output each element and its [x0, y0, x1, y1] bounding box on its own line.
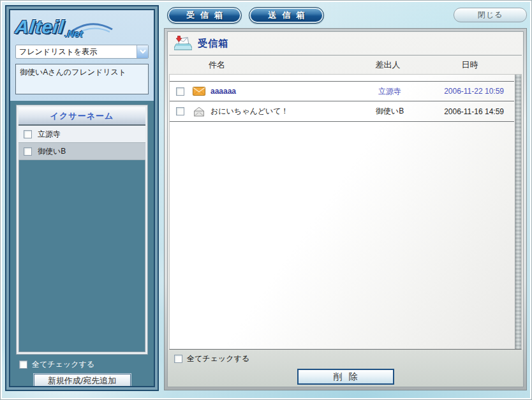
- tab-outbox-label: 送信箱: [269, 10, 311, 21]
- friend-name: 立源寺: [38, 129, 61, 140]
- message-checkbox[interactable]: [176, 87, 184, 96]
- friend-table-header: イクサーネーム: [18, 107, 145, 126]
- message-list-area: aaaaaa 立源寺 2006-11-22 10:59 おにいちゃんどいて！: [169, 74, 522, 350]
- logo-suffix: .Net: [64, 28, 83, 39]
- new-message-button[interactable]: 新規作成/宛先追加: [34, 374, 131, 387]
- message-row[interactable]: aaaaaa 立源寺 2006-11-22 10:59: [170, 81, 514, 101]
- message-date: 2006-11-22 10:59: [444, 87, 504, 96]
- message-subject[interactable]: aaaaaa: [211, 87, 342, 96]
- message-subject[interactable]: おにいちゃんどいて！: [211, 106, 342, 117]
- mail-open-icon: [193, 107, 205, 117]
- inbox-panel-inner: 受信箱 件名 差出人 日時 aaaaaa: [167, 31, 524, 387]
- scrollbar-gutter[interactable]: [515, 75, 521, 349]
- friend-name: 御使いB: [38, 146, 66, 157]
- tab-outbox[interactable]: 送信箱: [249, 7, 324, 24]
- message-date: 2006-11-16 14:59: [444, 107, 504, 116]
- message-sender: 御使いB: [376, 106, 404, 117]
- mail-closed-icon: [193, 87, 205, 96]
- sidebar-list-section: イクサーネーム 立源寺 御使いB 全てチェックする 新規作成/宛先追加: [10, 101, 154, 387]
- inbox-check-all-checkbox[interactable]: [174, 355, 182, 363]
- sidebar-check-all-label: 全てチェックする: [32, 359, 94, 370]
- sidebar-check-all-checkbox[interactable]: [19, 360, 27, 369]
- dropdown-selected-value: フレンドリストを表示: [16, 47, 137, 57]
- friend-row[interactable]: 御使いB: [18, 143, 145, 160]
- friend-list-dropdown[interactable]: フレンドリストを表示: [15, 45, 149, 59]
- friend-row[interactable]: 立源寺: [18, 126, 145, 143]
- tab-inbox[interactable]: 受信箱: [167, 7, 242, 24]
- friend-table: イクサーネーム 立源寺 御使いB: [17, 105, 147, 354]
- close-button[interactable]: 閉じる: [454, 8, 527, 22]
- logo-text: Alteil: [14, 17, 65, 38]
- message-list: aaaaaa 立源寺 2006-11-22 10:59 おにいちゃんどいて！: [170, 75, 514, 122]
- inbox-title: 受信箱: [198, 38, 228, 50]
- friend-checkbox[interactable]: [24, 130, 32, 138]
- inbox-titlebar: 受信箱: [168, 32, 523, 55]
- inbox-tray-icon: [174, 36, 192, 52]
- friend-list-info-box: 御使いAさんのフレンドリスト: [15, 64, 149, 94]
- column-date: 日時: [462, 59, 478, 71]
- friend-sidebar-inner: Alteil.Net フレンドリストを表示 御使いAさんのフレンドリスト イクサ…: [9, 9, 155, 387]
- column-sender: 差出人: [376, 59, 401, 71]
- sidebar-top-section: Alteil.Net フレンドリストを表示 御使いAさんのフレンドリスト: [10, 10, 154, 101]
- delete-button-label: 削除: [334, 371, 364, 381]
- inbox-panel: 受信箱 件名 差出人 日時 aaaaaa: [164, 28, 527, 390]
- message-sender: 立源寺: [378, 86, 401, 97]
- sidebar-check-all: 全てチェックする: [17, 359, 147, 370]
- inbox-check-all-label: 全てチェックする: [187, 353, 249, 364]
- message-checkbox[interactable]: [176, 107, 184, 115]
- message-row[interactable]: おにいちゃんどいて！ 御使いB 2006-11-16 14:59: [170, 101, 514, 122]
- inbox-check-all: 全てチェックする: [174, 353, 517, 364]
- column-subject: 件名: [209, 59, 225, 71]
- close-button-label: 閉じる: [478, 10, 503, 20]
- alteil-logo: Alteil.Net: [15, 14, 149, 43]
- tab-inbox-label: 受信箱: [186, 10, 228, 21]
- friend-checkbox[interactable]: [24, 147, 32, 156]
- column-header-row: 件名 差出人 日時: [168, 56, 523, 74]
- chevron-down-icon[interactable]: [137, 45, 148, 58]
- friend-sidebar: Alteil.Net フレンドリストを表示 御使いAさんのフレンドリスト イクサ…: [5, 5, 159, 391]
- inbox-bottom-bar: 全てチェックする 削除: [168, 350, 523, 387]
- delete-button[interactable]: 削除: [297, 369, 394, 385]
